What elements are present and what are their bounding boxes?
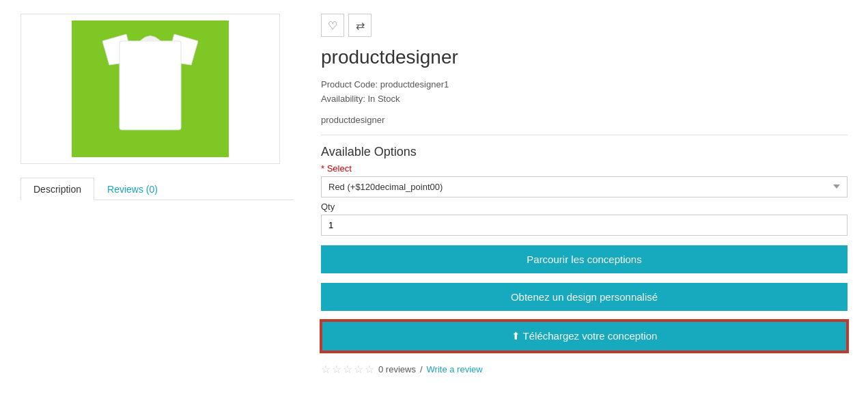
product-meta: Product Code: productdesigner1 Availabil… xyxy=(321,78,848,107)
product-title: productdesigner xyxy=(321,46,848,68)
product-image-bg xyxy=(72,20,229,157)
product-availability: Availability: In Stock xyxy=(321,92,848,107)
browse-designs-button[interactable]: Parcourir les conceptions xyxy=(321,245,848,273)
review-count: 0 reviews xyxy=(378,364,416,374)
svg-rect-2 xyxy=(120,41,181,130)
upload-icon: ⬆ xyxy=(512,330,520,342)
availability-label: Availability: xyxy=(321,94,365,104)
select-label-text: Select xyxy=(327,163,352,174)
left-panel: Description Reviews (0) xyxy=(20,14,294,396)
upload-design-button[interactable]: ⬆ Téléchargez votre conception xyxy=(321,320,848,352)
compare-button[interactable]: ⇄ xyxy=(348,14,372,37)
available-options-title: Available Options xyxy=(321,145,848,159)
star-rating: ☆ ☆ ☆ ☆ ☆ xyxy=(321,363,374,376)
availability-value: In Stock xyxy=(367,94,400,104)
product-description: productdesigner xyxy=(321,115,848,125)
select-label: * Select xyxy=(321,163,848,174)
star-4: ☆ xyxy=(354,363,363,376)
product-code-value: productdesigner1 xyxy=(380,79,449,90)
divider xyxy=(321,135,848,135)
available-options-section: Available Options * Select Red (+$120dec… xyxy=(321,145,848,236)
product-code-label: Product Code: xyxy=(321,79,378,90)
star-3: ☆ xyxy=(343,363,352,376)
required-star: * xyxy=(321,163,327,174)
star-5: ☆ xyxy=(365,363,374,376)
wishlist-button[interactable]: ♡ xyxy=(321,14,344,37)
tab-reviews[interactable]: Reviews (0) xyxy=(94,178,171,200)
qty-input[interactable] xyxy=(321,215,848,236)
review-row: ☆ ☆ ☆ ☆ ☆ 0 reviews / Write a review xyxy=(321,363,848,376)
custom-design-button[interactable]: Obtenez un design personnalisé xyxy=(321,283,848,311)
right-panel: ♡ ⇄ productdesigner Product Code: produc… xyxy=(321,14,848,396)
product-image-wrapper xyxy=(20,14,280,164)
compare-icon: ⇄ xyxy=(356,19,365,32)
color-select[interactable]: Red (+$120decimal_point00) xyxy=(321,176,848,197)
review-separator: / xyxy=(420,364,423,374)
action-icons-row: ♡ ⇄ xyxy=(321,14,848,37)
heart-icon: ♡ xyxy=(328,19,337,32)
product-code: Product Code: productdesigner1 xyxy=(321,78,848,92)
qty-label: Qty xyxy=(321,202,848,212)
tab-description[interactable]: Description xyxy=(20,178,94,200)
tshirt-icon xyxy=(102,34,198,144)
tabs-row: Description Reviews (0) xyxy=(20,178,294,200)
star-1: ☆ xyxy=(321,363,331,376)
page-container: Description Reviews (0) ♡ ⇄ productdesig… xyxy=(0,0,868,410)
star-2: ☆ xyxy=(332,363,341,376)
write-review-link[interactable]: Write a review xyxy=(427,364,483,374)
